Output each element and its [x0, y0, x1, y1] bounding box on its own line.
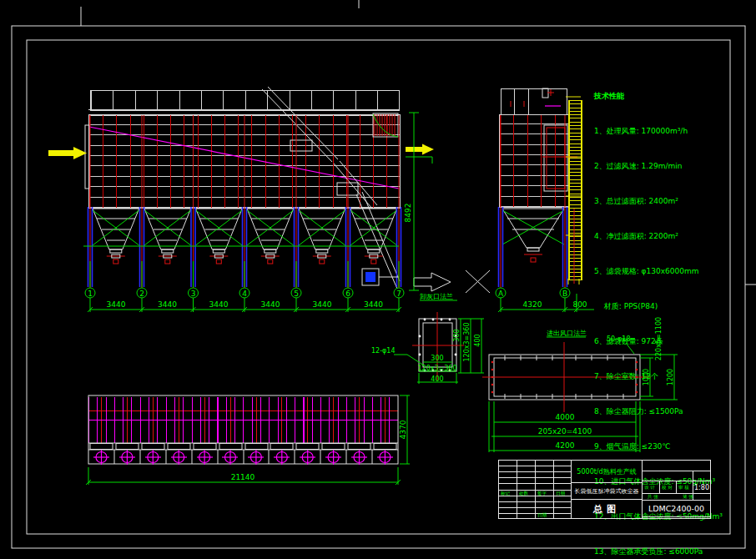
revision-col-label: 处数 [519, 491, 528, 496]
note-line: 材质: PPS(P84) [594, 300, 738, 312]
revision-table: 标记 处数 签字 日期 日期 [499, 461, 572, 518]
plan-view: 21140 4370 [86, 395, 410, 485]
bay-dim: 3440 [261, 300, 280, 309]
revision-col-label: 日期 [556, 491, 565, 496]
scale-cell: 1:80 [693, 481, 710, 493]
main-elevation [83, 87, 401, 289]
dim: 4000 [556, 413, 575, 421]
plan-length-dim: 21140 [231, 473, 255, 481]
side-dimensions: A B 4320 800 [496, 288, 594, 312]
note-line: 13、除尘器承受负压: ≤6000Pa [594, 546, 738, 557]
axis-label: 4 [242, 290, 247, 298]
dim: 400 [474, 334, 481, 346]
revision-col-label: 标记 [501, 491, 510, 496]
outlet-arrow-icon [406, 144, 434, 155]
product-name: 长袋低压脉冲袋式收尘器 [575, 487, 639, 496]
cad-viewport: 1 2 3 4 5 6 7 3440 3440 3440 3440 3440 3… [0, 0, 756, 559]
axis-label: 2 [139, 290, 144, 298]
dim: 300 [453, 329, 461, 341]
axis-label: 6 [345, 290, 350, 298]
side-elevation [499, 88, 582, 288]
note-line: 1、处理风量: 170000m³/h [594, 125, 738, 137]
project-name-cell: 5000t/d熟料生产线 [572, 461, 643, 483]
bolt-holes-label: 12-φ14 [371, 347, 396, 355]
ash-outlet-flange-detail: 卸灰口法兰 12-φ14 [371, 293, 484, 384]
scale-value: 1:80 [694, 484, 709, 491]
dim: 4200 [556, 441, 575, 450]
height-dim: 8492 [404, 204, 412, 223]
section-arrow-icon [414, 273, 451, 291]
dim: 120x3=360 [417, 365, 456, 372]
title-block: 标记 处数 签字 日期 日期 5000t/d熟料生产线 长袋低压脉冲袋式收尘器 … [498, 460, 711, 519]
dim: 205x20=4100 [538, 427, 592, 436]
sheet-title-cell: 总图 [572, 500, 643, 518]
inlet-arrow-icon [48, 147, 87, 159]
note-line: 5、滤袋规格: φ130x6000mm [594, 265, 738, 277]
axis-label: 5 [294, 290, 299, 298]
axis-label: B [562, 290, 567, 298]
note-line: 4、净过滤面积: 2200m² [594, 230, 738, 242]
bay-dim: 3440 [364, 300, 383, 309]
bay-dim: 3440 [209, 300, 229, 309]
bay-dim: 3440 [158, 300, 177, 309]
detail-title: 卸灰口法兰 [420, 293, 453, 300]
sign-label: 审 核 [678, 485, 689, 491]
axis-label: 7 [396, 290, 401, 298]
sheet-count-label: 共 张 [648, 494, 658, 500]
sheet-title: 总图 [593, 503, 620, 516]
axis-label: 3 [191, 290, 196, 298]
product-name-cell: 长袋低压脉冲袋式收尘器 [572, 483, 643, 500]
sheet-index-label: 第 张 [683, 494, 693, 500]
axis-label: A [498, 290, 504, 298]
drawing-number: LDMC2400-00 [648, 504, 704, 513]
drawing-info: 设 计 校 对 审 核 1:80 共 张 第 张 LDMC2400-00 [643, 461, 710, 518]
sign-label: 校 对 [662, 485, 673, 491]
bay-dim: 3440 [107, 300, 126, 309]
bay-dim: 3440 [313, 300, 332, 309]
side-offset-dim: 800 [572, 300, 587, 309]
drawing-number-cell: LDMC2400-00 [643, 500, 710, 516]
note-line: 8、除尘器阻力: ≤1500Pa [594, 405, 738, 417]
notes-title: 技术性能 [594, 90, 738, 102]
dim: 120x3=360 [463, 322, 471, 361]
note-line: 9、烟气温度: ≤230℃ [594, 441, 738, 452]
side-span-dim: 4320 [523, 300, 542, 309]
plan-width-dim: 4370 [399, 420, 407, 439]
dim: 400 [431, 375, 443, 383]
note-line: 3、总过滤面积: 2400m² [594, 195, 738, 207]
main-dimensions: 1 2 3 4 5 6 7 3440 3440 3440 3440 3440 3… [85, 113, 419, 312]
note-line: 7、除尘室数: 12个 [594, 370, 738, 382]
revision-col-label: 日期 [537, 512, 547, 518]
detail-title: 进出风口法兰 [547, 330, 587, 337]
equipment-marker [365, 272, 375, 282]
note-line: 6、滤袋数量: 972条 [594, 335, 738, 347]
note-line: 2、过滤风速: 1.29m/min [594, 160, 738, 172]
project-name: 5000t/d熟料生产线 [577, 467, 636, 476]
dim: 300 [431, 355, 443, 362]
sign-label: 设 计 [644, 485, 655, 491]
axis-label: 1 [88, 290, 93, 298]
revision-col-label: 签字 [537, 491, 547, 496]
